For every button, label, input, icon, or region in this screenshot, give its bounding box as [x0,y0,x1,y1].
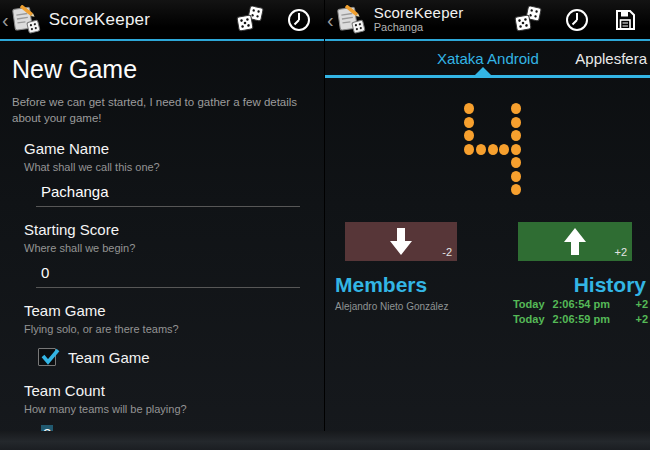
back-chevron-icon[interactable]: ‹ [2,10,9,30]
history-date: Today [513,312,545,326]
back-chevron-icon[interactable]: ‹ [327,10,334,30]
history-date: Today [513,297,545,311]
arrow-down-icon [390,228,412,255]
team-game-label: Team Game [24,302,312,319]
dice-icon[interactable] [512,3,546,37]
history-clock-icon[interactable] [282,3,316,37]
page-title-strip: Xataka Android Applesfera [325,41,650,78]
decrement-delta: -2 [442,246,452,258]
score-dot-display[interactable] [464,103,534,199]
tab-xataka-android[interactable]: Xataka Android [437,50,539,67]
starting-score-hint: Where shall we begin? [24,242,312,254]
members-heading: Members [335,273,427,297]
save-icon[interactable] [608,3,642,37]
game-name-label: Game Name [24,140,312,157]
new-game-screen: ‹ ScoreKeeper [0,0,325,450]
dice-icon[interactable] [234,3,268,37]
increment-delta: +2 [614,246,627,258]
game-screen: ‹ ScoreKeeper Pachanga [325,0,650,450]
game-name-value: Pachanga [36,180,300,206]
history-clock-icon[interactable] [560,3,594,37]
starting-score-input[interactable]: 0 [36,261,300,288]
selected-tab-indicator [475,67,491,75]
team-game-checkbox-row[interactable]: Team Game [38,346,312,368]
team-game-checkbox-label: Team Game [68,349,150,366]
history-heading: History [574,273,646,297]
history-entry: Today 2:06:59 pm +2 [513,312,648,326]
title-block: ScoreKeeper Pachanga [374,5,464,33]
team-game-hint: Flying solo, or are there teams? [24,323,312,335]
history-time: 2:06:54 pm [553,297,610,311]
input-underline [36,287,300,288]
app: ‹ ScoreKeeper [0,0,650,450]
page-title: New Game [12,55,312,84]
app-logo-icon [10,5,42,35]
history-list: Today 2:06:54 pm +2 Today 2:06:59 pm +2 [513,297,648,326]
history-entry: Today 2:06:54 pm +2 [513,297,648,311]
game-subtitle: Pachanga [374,22,464,34]
app-logo-icon [335,5,367,35]
starting-score-value: 0 [36,261,300,287]
new-game-form: New Game Before we can get started, I ne… [0,55,324,450]
intro-text: Before we can get started, I need to gat… [12,95,317,126]
action-bar: ‹ ScoreKeeper Pachanga [325,0,650,41]
history-delta: +2 [628,312,648,326]
game-name-input[interactable]: Pachanga [36,180,300,207]
tab-applesfera[interactable]: Applesfera [575,50,647,67]
team-count-hint: How many teams will be playing? [24,403,312,415]
action-bar: ‹ ScoreKeeper [0,0,324,41]
decrement-button[interactable]: -2 [345,222,457,261]
game-name-hint: What shall we call this one? [24,161,312,173]
app-title: ScoreKeeper [49,10,150,30]
member-name: Alejandro Nieto González [335,301,448,312]
arrow-up-icon [564,228,586,255]
team-game-checkbox[interactable] [38,348,56,366]
bottom-gradient [0,431,650,450]
app-title: ScoreKeeper [374,5,464,21]
history-time: 2:06:59 pm [553,312,610,326]
team-count-label: Team Count [24,382,312,399]
starting-score-label: Starting Score [24,221,312,238]
history-delta: +2 [628,297,648,311]
increment-button[interactable]: +2 [518,222,632,261]
input-underline [36,206,300,207]
